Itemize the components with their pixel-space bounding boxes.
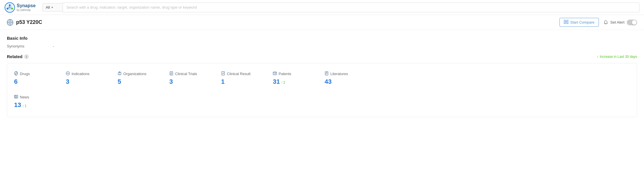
card-count-row: 31↑2 bbox=[273, 78, 314, 85]
logo-area: Synapse by patsnap bbox=[5, 2, 39, 13]
card-item-header: News bbox=[14, 95, 55, 100]
card-item[interactable]: Clinical Result1 bbox=[221, 69, 267, 88]
card-count-row: 3 bbox=[66, 78, 107, 85]
svg-point-2 bbox=[9, 4, 11, 6]
related-section: Related i ↑ Increase in Last 30 days Dru… bbox=[7, 54, 637, 117]
card-item-header: Indications bbox=[66, 71, 107, 76]
card-count: 3 bbox=[66, 78, 69, 85]
card-count: 31 bbox=[273, 78, 280, 85]
card-count: 3 bbox=[169, 78, 173, 85]
increase-arrow-icon: ↑ bbox=[597, 54, 599, 59]
increase-label: ↑ Increase in Last 30 days bbox=[597, 54, 637, 59]
card-count: 13 bbox=[14, 101, 21, 109]
increase-arrow-icon: ↑ bbox=[281, 81, 283, 85]
card-count: 1 bbox=[221, 78, 225, 85]
compare-icon bbox=[564, 20, 568, 25]
svg-point-4 bbox=[7, 8, 8, 9]
logo-sub-label: by patsnap bbox=[17, 8, 36, 12]
card-label: Literatures bbox=[330, 72, 348, 76]
card-item-header: Drugs bbox=[14, 71, 55, 76]
header: Synapse by patsnap All ▾ bbox=[0, 0, 644, 15]
card-item[interactable]: News13↑1 bbox=[14, 92, 60, 111]
related-title-area: Related i bbox=[7, 54, 29, 59]
set-alert-toggle[interactable] bbox=[627, 20, 637, 25]
page-header: p53 Y220C Start Compare Set Alert bbox=[0, 15, 644, 30]
logo-synapse-label: Synapse bbox=[17, 3, 36, 8]
card-item[interactable]: Drugs6 bbox=[14, 69, 60, 88]
search-input[interactable] bbox=[63, 3, 639, 12]
cards-row-1: Drugs6Indications3Organizations5Clinical… bbox=[14, 69, 630, 88]
card-label: Clinical Result bbox=[227, 72, 250, 76]
card-increase-badge: ↑1 bbox=[22, 104, 26, 108]
page-title-area: p53 Y220C bbox=[7, 19, 42, 26]
card-item[interactable]: Indications3 bbox=[66, 69, 112, 88]
card-item[interactable]: Clinical Trials3 bbox=[169, 69, 215, 88]
content-area: Basic Info Synonyms - Related i ↑ Increa… bbox=[0, 30, 644, 123]
card-count-row: 1 bbox=[221, 78, 262, 85]
literatures-icon bbox=[325, 71, 329, 76]
start-compare-label: Start Compare bbox=[570, 20, 595, 24]
card-item-header: Organizations bbox=[118, 71, 159, 76]
drugs-icon bbox=[14, 71, 18, 76]
svg-point-24 bbox=[68, 73, 69, 74]
svg-point-23 bbox=[68, 73, 68, 74]
synonyms-row: Synonyms - bbox=[7, 44, 637, 48]
basic-info-title: Basic Info bbox=[7, 36, 637, 41]
card-label: Organizations bbox=[123, 72, 146, 76]
basic-info-section: Basic Info Synonyms - bbox=[7, 36, 637, 48]
card-count-row: 5 bbox=[118, 78, 159, 85]
synonyms-label: Synonyms bbox=[7, 44, 30, 48]
logo-text: Synapse by patsnap bbox=[17, 3, 36, 12]
related-title: Related bbox=[7, 54, 22, 59]
svg-rect-42 bbox=[15, 96, 16, 97]
patents-icon bbox=[273, 71, 277, 76]
search-type-dropdown[interactable]: All ▾ bbox=[43, 3, 63, 12]
alert-bell-icon bbox=[603, 20, 608, 25]
indications-icon bbox=[66, 71, 70, 76]
start-compare-button[interactable]: Start Compare bbox=[559, 18, 599, 27]
card-item-header: Clinical Trials bbox=[169, 71, 211, 76]
increase-arrow-icon: ↑ bbox=[22, 104, 24, 108]
svg-rect-33 bbox=[273, 72, 277, 75]
svg-rect-36 bbox=[275, 73, 276, 75]
card-item-header: Literatures bbox=[325, 71, 366, 76]
card-item-header: Patents bbox=[273, 71, 314, 76]
related-header: Related i ↑ Increase in Last 30 days bbox=[7, 54, 637, 59]
svg-rect-35 bbox=[274, 73, 275, 74]
compare-svg-icon bbox=[564, 20, 568, 24]
set-alert-area: Set Alert bbox=[603, 20, 637, 25]
card-count-row: 6 bbox=[14, 78, 55, 85]
target-page-icon bbox=[7, 19, 13, 26]
card-count-row: 43 bbox=[325, 78, 366, 85]
cards-row-2: News13↑1 bbox=[14, 92, 630, 111]
increase-label-text: Increase in Last 30 days bbox=[600, 55, 637, 59]
card-item[interactable]: Patents31↑2 bbox=[273, 69, 319, 88]
card-label: Clinical Trials bbox=[175, 72, 197, 76]
news-icon bbox=[14, 95, 18, 100]
card-label: News bbox=[20, 95, 29, 99]
card-count: 6 bbox=[14, 78, 18, 85]
card-label: Patents bbox=[279, 72, 291, 76]
page-title: p53 Y220C bbox=[16, 19, 42, 25]
chevron-down-icon: ▾ bbox=[51, 6, 53, 9]
page-actions: Start Compare Set Alert bbox=[559, 18, 637, 27]
card-increase-badge: ↑2 bbox=[281, 81, 285, 85]
synapse-logo-icon bbox=[5, 2, 15, 13]
synonyms-value: - bbox=[53, 44, 54, 48]
card-label: Indications bbox=[72, 72, 89, 76]
svg-point-3 bbox=[11, 8, 13, 9]
related-cards-container: Drugs6Indications3Organizations5Clinical… bbox=[7, 63, 637, 117]
card-count: 5 bbox=[118, 78, 121, 85]
card-item[interactable]: Literatures43 bbox=[325, 69, 371, 88]
card-count: 43 bbox=[325, 78, 331, 85]
card-count-row: 3 bbox=[169, 78, 211, 85]
card-count-row: 13↑1 bbox=[14, 101, 55, 109]
clinical-trials-icon bbox=[169, 71, 173, 76]
related-info-icon[interactable]: i bbox=[24, 54, 29, 59]
increase-value: 1 bbox=[24, 104, 26, 108]
search-dropdown-label: All bbox=[46, 5, 50, 9]
card-label: Drugs bbox=[20, 72, 30, 76]
increase-value: 2 bbox=[283, 81, 285, 85]
set-alert-label: Set Alert bbox=[610, 20, 624, 24]
card-item[interactable]: Organizations5 bbox=[118, 69, 164, 88]
